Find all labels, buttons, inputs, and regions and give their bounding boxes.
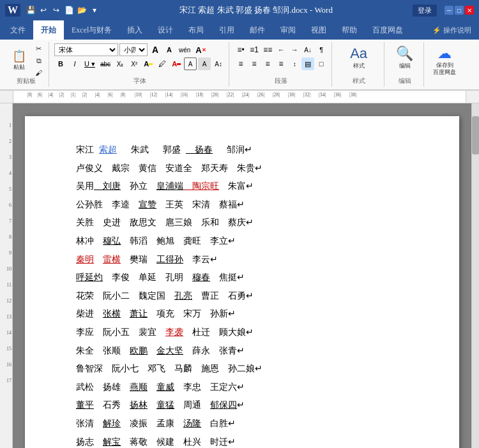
- scroll-thumb[interactable]: [472, 116, 479, 154]
- tab-view[interactable]: 视图: [303, 20, 334, 40]
- phonetic-button[interactable]: A↕: [212, 57, 225, 70]
- tab-file[interactable]: 文件: [3, 20, 33, 40]
- tab-row: 文件 开始 Excel与财务 插入 设计 布局 引用 邮件 审阅 视图 帮助 百…: [0, 20, 479, 40]
- document-page[interactable]: 宋江 索超 朱武 郭盛 扬春 邹润↵ 卢俊义 戴宗 黄信 安道全 郑天寿 朱贵↵…: [25, 116, 459, 448]
- doc-line-12: 朱全 张顺 欧鹏 金大坚 薛永 张青↵: [76, 343, 421, 360]
- ruler-marker-28: |28|: [273, 92, 280, 98]
- decrease-indent-button[interactable]: ←: [275, 43, 287, 56]
- cut-button[interactable]: ✂: [33, 43, 45, 54]
- horizontal-ruler: |8| |6| |4| |2| |1| |2| |4| |6| |8| |10|…: [0, 91, 479, 103]
- document-area: 1 2 3 4 5 6 7 8 9 10 11 12 13 14 15 16 1…: [0, 103, 479, 448]
- multi-list-button[interactable]: ≡≡: [261, 43, 274, 56]
- strikethrough-button[interactable]: abc: [98, 57, 112, 70]
- tab-baidu[interactable]: 百度网盘: [365, 20, 411, 40]
- name-suochao: 索超: [99, 142, 117, 159]
- new-icon[interactable]: 📄: [64, 5, 74, 15]
- char-shading-button[interactable]: A: [198, 57, 211, 70]
- document-content: 宋江 索超 朱武 郭盛 扬春 邹润↵ 卢俊义 戴宗 黄信 安道全 郑天寿 朱贵↵…: [13, 103, 471, 448]
- shrink-font-button[interactable]: A: [163, 43, 176, 56]
- ruler-left-side: [0, 91, 13, 103]
- name-lixi: 李袭: [165, 327, 183, 337]
- numbering-button[interactable]: ≡1: [248, 43, 261, 56]
- vertical-scrollbar[interactable]: [471, 103, 479, 448]
- wubi-button[interactable]: wén: [177, 43, 192, 56]
- styles-button[interactable]: Aa 样式: [347, 43, 370, 72]
- clipboard-label: 剪贴板: [17, 77, 36, 86]
- sort-button[interactable]: A↓: [301, 43, 314, 56]
- tab-help[interactable]: 帮助: [334, 20, 365, 40]
- ruler-num-16: 16: [1, 362, 11, 368]
- font-row2: B I U ▾ abc X₂ X² A 🖊 A: [54, 57, 225, 70]
- window-controls: ─ □ ✕: [445, 6, 474, 15]
- superscript-button[interactable]: X²: [128, 57, 141, 70]
- doc-line-15: 董平 石秀 扬林 童猛 周通 郁保四↵: [76, 397, 421, 414]
- tab-operations[interactable]: ⚡ 操作说明: [425, 20, 479, 40]
- ruler-marker-32: |32|: [303, 92, 310, 98]
- ruler-marker-12: |12|: [150, 92, 157, 98]
- increase-indent-button[interactable]: →: [288, 43, 301, 56]
- name-huangpuduan: 皇浦端: [156, 178, 183, 195]
- name-sunli: 孙立: [121, 178, 156, 195]
- paste-button[interactable]: 📋 粘贴: [8, 48, 31, 74]
- grow-font-button[interactable]: A: [149, 43, 162, 56]
- close-button[interactable]: ✕: [465, 6, 474, 15]
- bold-button[interactable]: B: [54, 57, 67, 70]
- tab-design[interactable]: 设计: [150, 20, 181, 40]
- save-baidu-content: ☁ 保存到百度网盘: [430, 42, 459, 87]
- char-border-button[interactable]: A: [184, 57, 197, 70]
- undo-icon[interactable]: ↩: [38, 5, 49, 15]
- clear-format-button[interactable]: A✕: [194, 43, 208, 56]
- name-muhong: 穆弘: [103, 236, 121, 246]
- font-selector[interactable]: 宋体: [54, 43, 118, 56]
- redo-icon[interactable]: ↪: [51, 5, 61, 15]
- open-icon[interactable]: 📂: [77, 5, 87, 15]
- font-color-button[interactable]: A: [142, 57, 155, 70]
- font-color-icon: A: [144, 60, 149, 68]
- font-size-selector[interactable]: 小四: [119, 43, 148, 56]
- tab-mail[interactable]: 邮件: [242, 20, 273, 40]
- line-spacing-button[interactable]: ↕: [288, 57, 301, 70]
- shading-color-button[interactable]: A: [170, 57, 183, 70]
- tab-review[interactable]: 审阅: [273, 20, 303, 40]
- copy-button[interactable]: ⧉: [33, 56, 45, 66]
- tab-excel[interactable]: Excel与财务: [64, 20, 119, 40]
- ruler-marker-26: |26|: [257, 92, 264, 98]
- subscript-button[interactable]: X₂: [114, 57, 126, 70]
- para-row1: ≡• ≡1 ≡≡ ← → A↓ ¶: [234, 43, 328, 56]
- font-label: 字体: [133, 77, 146, 86]
- align-left-button[interactable]: ≡: [234, 57, 247, 70]
- align-right-button[interactable]: ≡: [261, 57, 274, 70]
- paragraph-label: 段落: [275, 77, 287, 86]
- minimize-button[interactable]: ─: [445, 6, 453, 15]
- name-zhufui: 朱富↵: [219, 178, 254, 195]
- ruler-right-side: [466, 91, 479, 103]
- bullets-button[interactable]: ≡•: [234, 43, 247, 56]
- tab-home[interactable]: 开始: [33, 20, 64, 40]
- tab-layout[interactable]: 布局: [181, 20, 211, 40]
- login-button[interactable]: 登录: [413, 4, 437, 17]
- highlight-icon: 🖊: [158, 59, 166, 68]
- show-marks-button[interactable]: ¶: [315, 43, 328, 56]
- align-center-button[interactable]: ≡: [248, 57, 261, 70]
- tab-references[interactable]: 引用: [211, 20, 242, 40]
- name-zourun: 邹润↵: [218, 142, 252, 159]
- name-huyanzhu: 呼延灼: [76, 273, 103, 282]
- editing-button[interactable]: 🔍 编辑: [393, 43, 416, 72]
- border-button[interactable]: □: [315, 57, 328, 70]
- save-icon[interactable]: 💾: [26, 5, 36, 15]
- tab-insert[interactable]: 插入: [119, 20, 150, 40]
- ruler-marker-22: |22|: [227, 92, 234, 98]
- name-gongdesun: 工得孙: [156, 255, 183, 264]
- maximize-button[interactable]: □: [455, 6, 464, 15]
- italic-button[interactable]: I: [68, 57, 81, 70]
- shading-icon: A: [172, 60, 177, 68]
- doc-line-8: 呼延灼 李俊 单延 孔明 穆春 焦挺↵: [76, 269, 421, 287]
- underline-button[interactable]: U ▾: [82, 57, 97, 70]
- shading-para-button[interactable]: ▤: [301, 57, 314, 70]
- name-yanshun: 燕顺: [130, 382, 148, 392]
- ruler-num-8: 8: [1, 234, 11, 240]
- justify-button[interactable]: ≡: [275, 57, 287, 70]
- save-baidu-button[interactable]: ☁ 保存到百度网盘: [430, 43, 459, 78]
- highlight-button[interactable]: 🖊: [156, 57, 169, 70]
- more-qa-icon[interactable]: ▾: [89, 5, 100, 15]
